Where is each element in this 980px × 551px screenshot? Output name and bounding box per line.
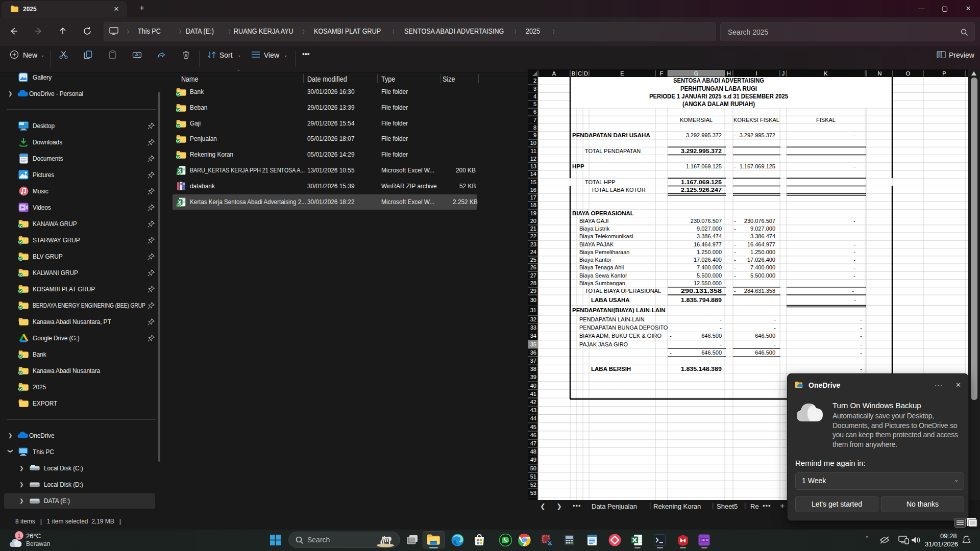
svg-text:KOREKSI FISKAL: KOREKSI FISKAL [733, 117, 779, 123]
svg-text:53: 53 [530, 490, 536, 496]
svg-text:43: 43 [530, 407, 536, 413]
svg-text:3.386.474: 3.386.474 [750, 233, 775, 239]
svg-text:18: 18 [530, 202, 536, 208]
svg-text:33: 33 [530, 324, 536, 331]
svg-text:1.250.000: 1.250.000 [697, 249, 722, 255]
svg-text:-: - [774, 341, 776, 347]
svg-text:1.835.148.389: 1.835.148.389 [681, 366, 722, 372]
svg-text:-: - [853, 163, 855, 169]
svg-text:15: 15 [530, 179, 536, 185]
svg-text:-: - [734, 264, 736, 270]
svg-text:3: 3 [533, 86, 536, 92]
svg-text:284.631.358: 284.631.358 [744, 288, 775, 294]
svg-text:KOMERSIAL: KOMERSIAL [680, 117, 713, 123]
svg-text:19: 19 [530, 210, 536, 216]
svg-text:7.400.000: 7.400.000 [697, 264, 722, 270]
svg-text:-: - [860, 333, 862, 339]
svg-text:9: 9 [533, 132, 536, 138]
svg-text:Biaya Kantor: Biaya Kantor [579, 257, 611, 263]
svg-text:25: 25 [530, 257, 536, 263]
svg-text:1.167.069.125: 1.167.069.125 [681, 179, 722, 185]
svg-text:2: 2 [533, 78, 536, 84]
svg-text:-: - [860, 349, 862, 356]
svg-text:14: 14 [530, 171, 536, 177]
svg-text:-: - [734, 257, 736, 263]
svg-text:32: 32 [530, 316, 536, 322]
svg-text:17: 17 [530, 194, 536, 201]
svg-text:-: - [734, 288, 736, 294]
svg-text:36: 36 [530, 349, 536, 356]
svg-text:3.292.995.372: 3.292.995.372 [686, 132, 722, 138]
svg-text:-: - [854, 297, 856, 303]
svg-text:7: 7 [533, 117, 536, 123]
svg-text:TOTAL LABA KOTOR: TOTAL LABA KOTOR [591, 187, 646, 193]
svg-text:35: 35 [530, 341, 536, 347]
svg-text:z: z [968, 536, 970, 541]
svg-text:646.500: 646.500 [755, 349, 775, 356]
svg-text:31: 31 [530, 307, 536, 313]
svg-text:D: D [584, 70, 588, 77]
svg-text:30: 30 [530, 297, 536, 303]
svg-text:-: - [860, 366, 862, 372]
svg-text:PENDAPATAN BUNGA DEPOSITO: PENDAPATAN BUNGA DEPOSITO [579, 324, 668, 331]
svg-text:41: 41 [530, 391, 536, 397]
svg-text:3.292.995.372: 3.292.995.372 [681, 148, 722, 154]
svg-text:-: - [853, 218, 855, 224]
svg-text:9.027.000: 9.027.000 [750, 226, 775, 232]
svg-text:-: - [670, 333, 672, 339]
svg-text:BIAYA ADM, BUKU CEK & GIRO: BIAYA ADM, BUKU CEK & GIRO [579, 333, 662, 339]
svg-text:9.027.000: 9.027.000 [697, 226, 722, 232]
svg-text:Biaya Sumbangan: Biaya Sumbangan [579, 280, 625, 286]
svg-text:29: 29 [530, 288, 536, 294]
svg-text:51: 51 [530, 473, 536, 480]
svg-text:HPP: HPP [572, 163, 584, 169]
svg-text:44: 44 [530, 415, 536, 421]
svg-text:47: 47 [530, 440, 536, 446]
svg-text:49: 49 [530, 457, 536, 463]
svg-text:-: - [860, 324, 862, 331]
svg-text:A: A [552, 70, 556, 77]
svg-text:BIAYA GAJI: BIAYA GAJI [579, 218, 609, 224]
svg-text:290.131.358: 290.131.358 [681, 288, 722, 294]
svg-text:-: - [853, 249, 855, 255]
svg-text:PERIODE 1 JANUARI 2025 s.d 31: PERIODE 1 JANUARI 2025 s.d 31 DESEMBER 2… [649, 93, 788, 100]
svg-text:7.400.000: 7.400.000 [750, 264, 775, 270]
svg-text:-: - [853, 257, 855, 263]
svg-text:1.835.794.889: 1.835.794.889 [681, 297, 722, 303]
svg-text:230.076.507: 230.076.507 [691, 218, 722, 224]
svg-text:PENDAPATAN LAIN-LAIN: PENDAPATAN LAIN-LAIN [579, 316, 645, 322]
svg-text:27: 27 [530, 272, 536, 279]
svg-text:F: F [660, 70, 664, 77]
svg-text:Biaya Pemeliharaan: Biaya Pemeliharaan [579, 249, 629, 255]
svg-text:22: 22 [530, 233, 536, 239]
svg-text:P: P [942, 70, 946, 77]
svg-text:B: B [572, 70, 575, 77]
svg-text:-: - [734, 218, 736, 224]
svg-text:PERHITUNGAN LABA RUGI: PERHITUNGAN LABA RUGI [680, 85, 757, 92]
svg-text:37: 37 [530, 358, 536, 364]
svg-text:5.500.000: 5.500.000 [750, 272, 775, 279]
svg-text:J: J [782, 70, 785, 77]
svg-text:8: 8 [533, 124, 536, 131]
svg-text:TOTAL BIAYA OPERASIONAL: TOTAL BIAYA OPERASIONAL [585, 288, 661, 294]
svg-text:-: - [852, 288, 854, 294]
svg-text:TOTAL HPP: TOTAL HPP [585, 179, 616, 185]
svg-text:5: 5 [533, 101, 536, 107]
svg-text:E: E [620, 70, 624, 77]
svg-text:50: 50 [530, 465, 536, 471]
svg-text:-: - [860, 316, 862, 322]
svg-text:I: I [755, 70, 757, 77]
svg-text:C: C [578, 70, 582, 77]
svg-text:Biaya Tenaga Ahli: Biaya Tenaga Ahli [579, 264, 624, 270]
svg-text:-: - [734, 249, 736, 255]
svg-text:12.550.000: 12.550.000 [694, 280, 722, 286]
svg-text:21: 21 [530, 226, 536, 232]
svg-text:-: - [853, 264, 855, 270]
svg-text:Biaya Sewa Kantor: Biaya Sewa Kantor [579, 272, 627, 279]
svg-text:38: 38 [530, 366, 536, 372]
svg-text:16: 16 [530, 187, 536, 193]
svg-text:-: - [720, 324, 722, 331]
svg-text:42: 42 [530, 399, 536, 405]
svg-text:2.125.926.247: 2.125.926.247 [681, 187, 722, 193]
svg-text:H: H [727, 70, 731, 77]
